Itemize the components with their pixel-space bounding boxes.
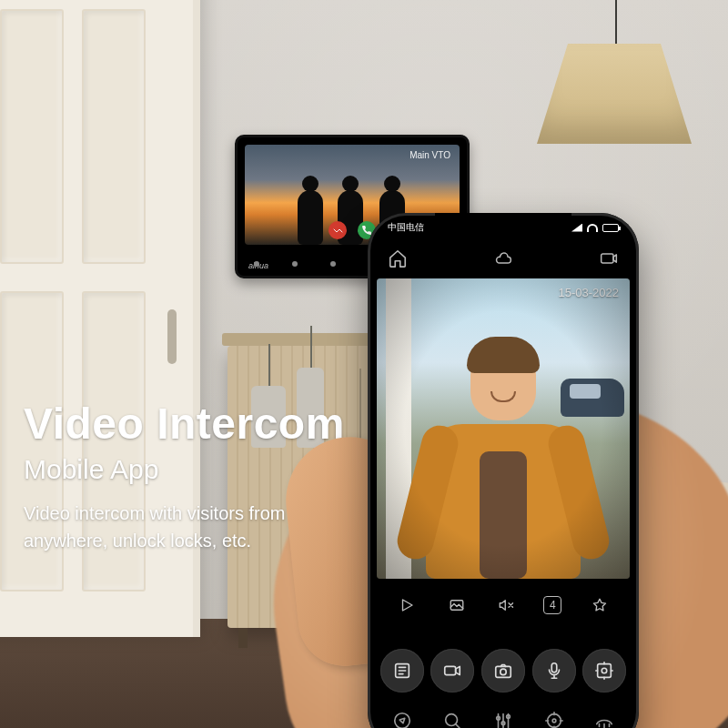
wifi-icon xyxy=(587,224,598,232)
doorbell-live-feed[interactable]: 15-03-2022 xyxy=(377,278,630,579)
app-bottom-nav xyxy=(368,701,639,728)
svg-rect-4 xyxy=(496,666,511,677)
svg-rect-3 xyxy=(445,666,456,674)
record-video-button[interactable] xyxy=(430,649,474,693)
recordings-button[interactable] xyxy=(380,649,424,693)
monitor-decline-button[interactable] xyxy=(329,221,347,239)
grid-count-badge[interactable]: 4 xyxy=(543,596,561,614)
monitor-caller-label: Main VTO xyxy=(410,150,450,160)
nav-compass-icon[interactable] xyxy=(390,709,414,728)
nav-wiper-icon[interactable] xyxy=(592,709,616,728)
feed-action-row xyxy=(368,633,639,708)
battery-icon xyxy=(602,224,619,232)
visitor-figure xyxy=(421,342,585,579)
mute-icon[interactable] xyxy=(494,593,518,617)
play-icon[interactable] xyxy=(395,593,419,617)
svg-point-5 xyxy=(500,669,506,674)
svg-rect-7 xyxy=(598,664,612,678)
nav-sliders-icon[interactable] xyxy=(491,709,515,728)
feed-date-overlay: 15-03-2022 xyxy=(559,286,620,299)
app-top-bar xyxy=(368,240,639,277)
status-carrier: 中国电信 xyxy=(388,221,424,234)
talk-button[interactable] xyxy=(532,649,576,693)
smartphone: 中国电信 15-03-2022 xyxy=(368,213,639,728)
nav-search-icon[interactable] xyxy=(440,709,464,728)
home-icon[interactable] xyxy=(386,247,410,270)
feed-mini-controls: 4 xyxy=(368,586,639,624)
svg-rect-0 xyxy=(602,254,613,263)
svg-point-8 xyxy=(602,668,607,673)
camera-switch-icon[interactable] xyxy=(597,247,621,270)
headline-title: Video Intercom xyxy=(24,399,351,449)
cloud-icon[interactable] xyxy=(491,247,515,270)
svg-point-14 xyxy=(547,714,561,728)
snapshot-button[interactable] xyxy=(481,649,525,693)
star-icon[interactable] xyxy=(588,593,612,617)
phone-notch xyxy=(435,213,571,237)
signal-icon xyxy=(571,224,582,232)
svg-point-9 xyxy=(395,713,410,728)
nav-location-icon[interactable] xyxy=(542,709,566,728)
grid-count-value: 4 xyxy=(550,599,556,612)
background-car xyxy=(561,379,624,417)
svg-rect-6 xyxy=(551,663,557,672)
svg-point-15 xyxy=(552,719,556,723)
gallery-icon[interactable] xyxy=(445,593,469,617)
unlock-button[interactable] xyxy=(582,649,626,693)
